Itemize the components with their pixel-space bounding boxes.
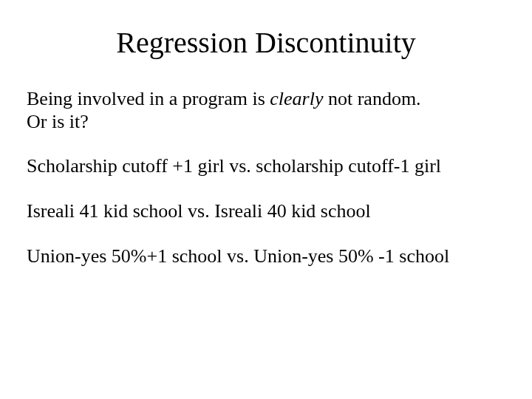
slide-body: Being involved in a program is clearly n… bbox=[0, 67, 532, 267]
intro-line-1-pre: Being involved in a program is bbox=[27, 88, 270, 109]
example-union: Union-yes 50%+1 school vs. Union-yes 50%… bbox=[27, 245, 505, 268]
slide-title: Regression Discontinuity bbox=[0, 0, 532, 67]
intro-block: Being involved in a program is clearly n… bbox=[27, 88, 505, 133]
intro-line-1: Being involved in a program is clearly n… bbox=[27, 88, 505, 111]
example-israeli: Isreali 41 kid school vs. Isreali 40 kid… bbox=[27, 200, 505, 223]
example-scholarship: Scholarship cutoff +1 girl vs. scholarsh… bbox=[27, 155, 505, 178]
slide: Regression Discontinuity Being involved … bbox=[0, 0, 532, 399]
intro-line-1-post: not random. bbox=[323, 88, 420, 109]
intro-line-2: Or is it? bbox=[27, 111, 505, 134]
intro-line-1-italic: clearly bbox=[270, 88, 323, 109]
